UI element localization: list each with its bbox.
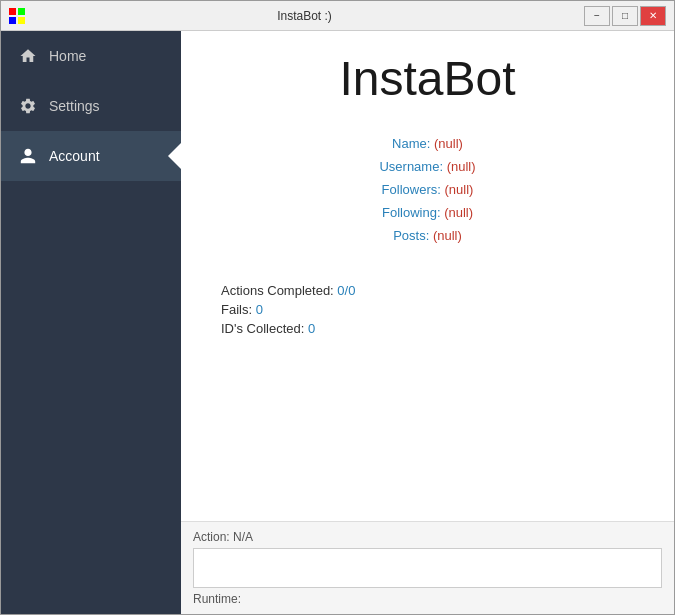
content-main: InstaBot Name: (null) Username: (null) F… <box>181 31 674 521</box>
following-value: (null) <box>444 205 473 220</box>
gear-icon <box>17 95 39 117</box>
sidebar-item-account-label: Account <box>49 148 100 164</box>
log-area <box>193 548 662 588</box>
posts-value: (null) <box>433 228 462 243</box>
action-value: N/A <box>233 530 253 544</box>
username-label: Username: <box>379 159 443 174</box>
window-title: InstaBot :) <box>25 9 584 23</box>
followers-value: (null) <box>444 182 473 197</box>
close-button[interactable]: ✕ <box>640 6 666 26</box>
following-label: Following: <box>382 205 441 220</box>
username-row: Username: (null) <box>379 159 475 174</box>
svg-rect-0 <box>9 8 16 15</box>
name-row: Name: (null) <box>392 136 463 151</box>
actions-label: Actions Completed: <box>221 283 334 298</box>
posts-label: Posts: <box>393 228 429 243</box>
followers-label: Followers: <box>382 182 441 197</box>
ids-value: 0 <box>308 321 315 336</box>
actions-row: Actions Completed: 0/0 <box>221 283 644 298</box>
main-area: Home Settings Account <box>1 31 674 614</box>
app-icon <box>9 8 25 24</box>
actions-value: 0/0 <box>337 283 355 298</box>
username-value: (null) <box>447 159 476 174</box>
person-icon <box>17 145 39 167</box>
maximize-button[interactable]: □ <box>612 6 638 26</box>
svg-rect-2 <box>9 17 16 24</box>
sidebar-item-account[interactable]: Account <box>1 131 181 181</box>
title-bar: InstaBot :) − □ ✕ <box>1 1 674 31</box>
content-area: InstaBot Name: (null) Username: (null) F… <box>181 31 674 614</box>
svg-rect-3 <box>18 17 25 24</box>
fails-label: Fails: <box>221 302 252 317</box>
minimize-button[interactable]: − <box>584 6 610 26</box>
window-controls: − □ ✕ <box>584 6 666 26</box>
followers-row: Followers: (null) <box>382 182 474 197</box>
app-title: InstaBot <box>211 51 644 106</box>
main-window: InstaBot :) − □ ✕ Home <box>0 0 675 615</box>
ids-row: ID's Collected: 0 <box>221 321 644 336</box>
name-label: Name: <box>392 136 430 151</box>
runtime-label: Runtime: <box>193 592 241 606</box>
sidebar-item-settings[interactable]: Settings <box>1 81 181 131</box>
svg-rect-1 <box>18 8 25 15</box>
ids-label: ID's Collected: <box>221 321 304 336</box>
fails-row: Fails: 0 <box>221 302 644 317</box>
sidebar-item-settings-label: Settings <box>49 98 100 114</box>
sidebar: Home Settings Account <box>1 31 181 614</box>
sidebar-item-home-label: Home <box>49 48 86 64</box>
stats-area: Actions Completed: 0/0 Fails: 0 ID's Col… <box>221 283 644 336</box>
sidebar-item-home[interactable]: Home <box>1 31 181 81</box>
runtime-row: Runtime: <box>193 592 662 606</box>
name-value: (null) <box>434 136 463 151</box>
action-label: Action: <box>193 530 230 544</box>
bottom-area: Action: N/A Runtime: <box>181 521 674 614</box>
home-icon <box>17 45 39 67</box>
account-info: Name: (null) Username: (null) Followers:… <box>211 136 644 243</box>
fails-value: 0 <box>256 302 263 317</box>
action-row: Action: N/A <box>193 530 662 544</box>
following-row: Following: (null) <box>382 205 473 220</box>
posts-row: Posts: (null) <box>393 228 462 243</box>
